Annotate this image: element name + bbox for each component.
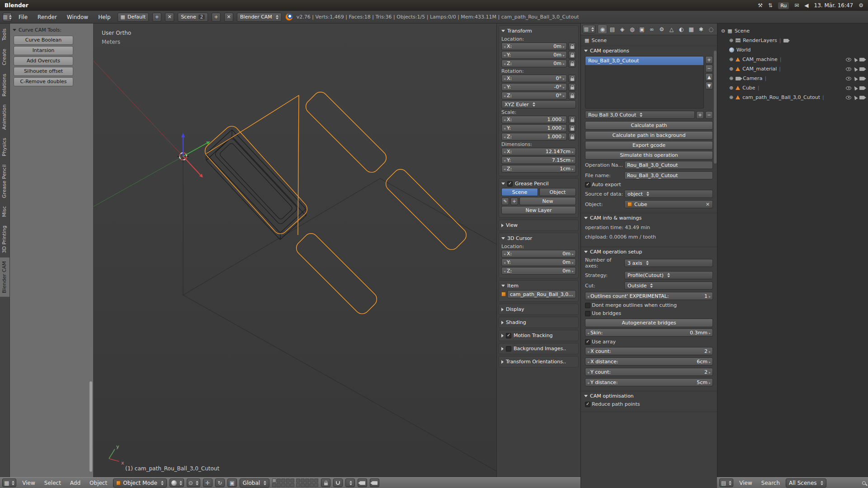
grease-pencil-checkbox[interactable] [507, 181, 513, 187]
operations-list[interactable]: Rou_Ball_3,0_Cutout [585, 56, 704, 108]
menu-object[interactable]: Object [86, 479, 110, 487]
properties-scrollbar[interactable] [714, 51, 717, 164]
object-name-field[interactable]: cam_path_Rou_Ball_3,0... [507, 290, 576, 298]
outliner-row-renderlayers[interactable]: ⊕ RenderLayers | [719, 36, 866, 45]
add-preset-button[interactable]: + [696, 111, 704, 119]
selectability-cursor-icon[interactable] [853, 57, 858, 62]
manipulator-scale-toggle[interactable]: ▣ [227, 479, 237, 487]
x-distance-field[interactable]: X distance:6cm [585, 357, 713, 366]
source-of-data-dropdown[interactable]: object [624, 190, 713, 198]
decrement-arrow-icon[interactable] [504, 75, 505, 81]
tab-texture[interactable]: ▦ [687, 24, 696, 34]
selectability-cursor-icon[interactable] [853, 95, 858, 100]
reduce-path-points-checkbox[interactable] [585, 402, 590, 407]
background-images-checkbox[interactable] [506, 346, 511, 352]
shelf-tab-misc[interactable]: Misc [0, 202, 9, 221]
transform-panel-header[interactable]: Transform [501, 27, 576, 35]
increment-arrow-icon[interactable] [709, 359, 711, 365]
decrement-arrow-icon[interactable] [504, 157, 505, 163]
transform-orientation-dropdown[interactable]: Global [240, 479, 269, 488]
location-y-field[interactable]: Y:0m [501, 51, 567, 59]
shelf-tab-physics[interactable]: Physics [0, 134, 9, 160]
scale-z-field[interactable]: Z:1.000 [501, 133, 567, 141]
export-gcode-button[interactable]: Export gcode [585, 141, 713, 150]
menu-view[interactable]: View [19, 479, 38, 487]
use-array-checkbox[interactable] [585, 339, 590, 345]
cursor-y-field[interactable]: Y:0m [501, 258, 576, 266]
decrement-arrow-icon[interactable] [587, 359, 589, 365]
renderability-camera-icon[interactable] [859, 58, 864, 61]
decrement-arrow-icon[interactable] [587, 369, 589, 375]
curve-boolean-button[interactable]: Curve Boolean [14, 36, 73, 45]
visibility-eye-icon[interactable] [846, 67, 851, 71]
renderlayers-label[interactable]: RenderLayers [743, 38, 777, 43]
operation-name-field[interactable]: Rou_Ball_3,0_Cutout [624, 161, 713, 169]
dimension-x-field[interactable]: X:12.147cm [501, 148, 576, 155]
grease-pencil-panel-header[interactable]: Grease Pencil [501, 179, 576, 188]
rotation-y-field[interactable]: Y:-0° [501, 83, 567, 91]
search-icon[interactable] [862, 481, 866, 485]
lock-toggle[interactable] [568, 83, 576, 91]
lock-to-scene-toggle[interactable] [321, 479, 330, 487]
render-engine-selector[interactable]: Blender CAM [237, 13, 282, 22]
lock-toggle[interactable] [568, 51, 576, 59]
file-name-field[interactable]: Rou_Ball_3,0_Cutout [624, 171, 713, 179]
opengl-render-button[interactable] [358, 479, 367, 487]
lock-toggle[interactable] [568, 42, 576, 50]
decrement-arrow-icon[interactable] [504, 43, 505, 49]
decrement-arrow-icon[interactable] [504, 84, 505, 90]
editor-type-properties-button[interactable]: ▥ [582, 25, 595, 33]
editor-type-outliner-button[interactable]: ▤ [719, 479, 733, 487]
use-bridges-checkbox[interactable] [585, 311, 590, 316]
expand-icon[interactable]: ⊕ [729, 85, 733, 91]
autogenerate-bridges-button[interactable]: Autogenerate bridges [585, 319, 713, 327]
pivot-point-dropdown[interactable]: ⊙ [187, 479, 200, 487]
tab-world[interactable]: ◍ [627, 24, 637, 34]
outliner-row-cam-path[interactable]: ⊕ cam_path_Rou_Ball_3,0_Cutout | [719, 93, 866, 102]
increment-arrow-icon[interactable] [563, 43, 565, 49]
operation-preset-dropdown[interactable]: Rou Ball 3,0 Cutout [585, 111, 695, 119]
remove-preset-button[interactable]: − [705, 111, 713, 119]
calculate-path-background-button[interactable]: Calculate path in background [585, 131, 713, 140]
shelf-tab-3d-printing[interactable]: 3D Printing [0, 222, 9, 257]
rotation-x-field[interactable]: X:0° [501, 75, 567, 82]
layer-group-2[interactable] [296, 479, 318, 487]
view-panel-header[interactable]: View [501, 221, 576, 230]
increment-arrow-icon[interactable] [709, 380, 711, 385]
move-operation-down-button[interactable]: ▼ [705, 82, 713, 89]
tool-shelf-scrollbar[interactable] [90, 381, 92, 472]
editor-type-info-button[interactable]: ▥ [3, 13, 12, 22]
gp-add-button[interactable]: + [510, 197, 518, 205]
tab-render-layers[interactable]: ▤ [608, 24, 617, 34]
shelf-tab-animation[interactable]: Animation [0, 101, 9, 133]
outliner-menu-view[interactable]: View [736, 479, 755, 487]
menu-window[interactable]: Window [64, 13, 91, 21]
lock-toggle[interactable] [568, 75, 576, 82]
visibility-eye-icon[interactable] [846, 77, 851, 80]
add-scene-button[interactable]: + [212, 13, 221, 22]
motion-tracking-panel-header[interactable]: Motion Tracking [501, 331, 576, 340]
outliner-row-world[interactable]: World [719, 45, 866, 55]
lock-toggle[interactable] [568, 92, 576, 99]
menu-add[interactable]: Add [67, 479, 84, 487]
expand-icon[interactable]: ⊕ [729, 66, 733, 72]
system-tools-icon[interactable]: ⚒ [758, 2, 763, 9]
expand-icon[interactable]: ⊕ [729, 56, 733, 62]
gp-new-button[interactable]: New [519, 197, 576, 205]
lock-toggle[interactable] [568, 116, 576, 123]
cam-setup-header[interactable]: CAM operation setup [584, 247, 714, 257]
shading-panel-header[interactable]: Shading [501, 318, 576, 327]
cam-toolpath-curves[interactable] [202, 89, 469, 317]
layers-widget[interactable] [272, 479, 318, 487]
decrement-arrow-icon[interactable] [504, 125, 505, 131]
outliner-row-cube[interactable]: ⊕ Cube | [719, 83, 866, 93]
clock[interactable]: 13. Mär. 16:47 [814, 2, 854, 9]
decrement-arrow-icon[interactable] [504, 52, 505, 58]
motion-tracking-checkbox[interactable] [506, 333, 511, 338]
menu-select[interactable]: Select [41, 479, 64, 487]
shelf-tab-grease-pencil[interactable]: Grease Pencil [0, 161, 9, 202]
decrement-arrow-icon[interactable] [587, 348, 589, 354]
collapse-icon[interactable]: ⊖ [721, 28, 725, 34]
decrement-arrow-icon[interactable] [504, 93, 505, 99]
intarsion-button[interactable]: Intarsion [14, 46, 73, 55]
